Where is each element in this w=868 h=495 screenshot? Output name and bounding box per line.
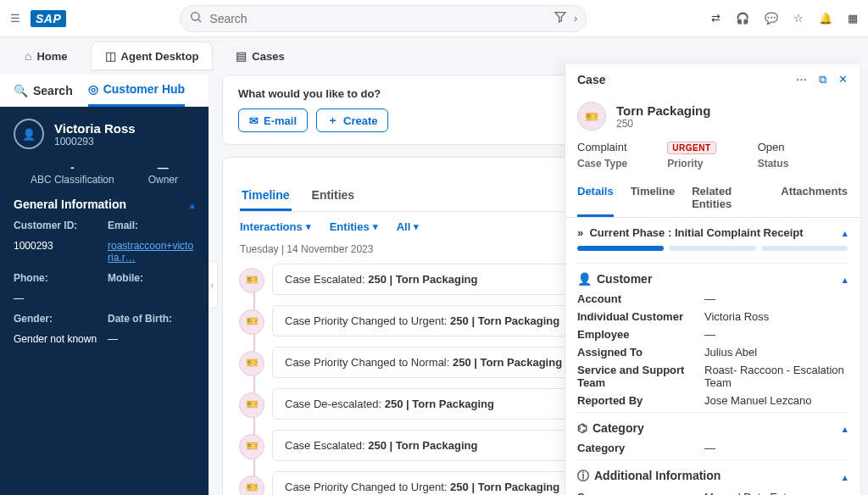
current-phase-row[interactable]: » Current Phase : Initial Complaint Rece…: [577, 226, 848, 239]
workspace-tab-cases[interactable]: ▤ Cases: [221, 42, 298, 70]
global-search-input[interactable]: [209, 12, 547, 25]
value: —: [704, 328, 848, 341]
case-panel: Case ⋯ ⧉ ✕ 🎫 Torn Packaging 250 Complain…: [565, 64, 860, 495]
button-label: E-mail: [264, 114, 297, 127]
value: —: [14, 292, 101, 304]
chat-icon[interactable]: 💬: [765, 12, 778, 25]
sitemap-icon: ⌬: [577, 421, 587, 435]
label: Individual Customer: [577, 310, 704, 323]
case-icon: 🎫: [577, 102, 606, 131]
workspace-tab-label: Home: [36, 50, 67, 63]
headset-icon[interactable]: 🎧: [736, 12, 749, 25]
filter-label: Entities: [330, 220, 370, 233]
button-label: Create: [343, 114, 377, 127]
close-icon[interactable]: ✕: [838, 73, 848, 86]
panel-tab-related[interactable]: Related Entities: [692, 178, 764, 217]
fast-forward-icon: »: [577, 226, 583, 239]
case-title: Torn Packaging: [616, 103, 710, 118]
filter-icon[interactable]: [554, 10, 567, 26]
label: Source: [577, 491, 704, 495]
hub-icon: ◎: [88, 82, 98, 96]
panel-tabs: Details Timeline Related Entities Attach…: [565, 178, 860, 218]
apps-grid-icon[interactable]: ▦: [848, 12, 858, 25]
value: Manual Data Entry: [704, 491, 848, 495]
case-meta: Complaint URGENT Open Case Type Priority…: [565, 134, 860, 178]
info-icon: ⓘ: [577, 469, 589, 482]
filter-label: All: [397, 220, 411, 233]
ticket-icon: 🎫: [246, 274, 259, 286]
phase-label: Current Phase : Initial Complaint Receip…: [589, 226, 803, 239]
chevron-up-icon[interactable]: [843, 470, 848, 483]
search-icon: [189, 10, 203, 26]
workspace-tab-home[interactable]: ⌂ Home: [10, 42, 82, 70]
value: Jose Manuel Lezcano: [704, 394, 848, 407]
timeline-item-prefix: Case De-escalated:: [285, 398, 385, 410]
value: [108, 292, 195, 304]
label: Reported By: [577, 394, 704, 407]
phone-transfer-icon[interactable]: ⇄: [711, 12, 721, 25]
chevron-up-icon[interactable]: [843, 272, 848, 286]
value: —: [704, 442, 848, 454]
open-external-icon[interactable]: ⧉: [819, 73, 826, 86]
filter-entities[interactable]: Entities: [330, 220, 378, 233]
chevron-up-icon[interactable]: [190, 197, 195, 211]
label: Service and Support Team: [577, 364, 704, 389]
more-icon[interactable]: ⋯: [796, 73, 807, 86]
panel-tab-timeline[interactable]: Timeline: [631, 178, 676, 217]
value: Victoria Ross: [704, 310, 848, 323]
label: Employee: [577, 328, 704, 341]
global-search[interactable]: ›: [180, 5, 587, 32]
value: Gender not known: [14, 333, 101, 345]
tab-timeline[interactable]: Timeline: [240, 181, 292, 211]
filter-interactions[interactable]: Interactions: [240, 220, 311, 233]
tab-entities[interactable]: Entities: [310, 181, 357, 211]
timeline-item-prefix: Case Priority Changed to Normal:: [285, 356, 453, 369]
menu-icon[interactable]: ☰: [10, 12, 20, 25]
filter-all[interactable]: All: [397, 220, 420, 233]
ticket-icon: 🎫: [246, 315, 259, 327]
shell-bar: ☰ SAP › ⇄ 🎧 💬 ☆ 🔔 ▦: [0, 0, 868, 37]
subtab-search[interactable]: 🔍 Search: [14, 84, 73, 97]
chevron-up-icon[interactable]: [843, 421, 848, 435]
timeline-item-prefix: Case Escalated:: [285, 439, 368, 452]
label: Customer ID:: [14, 220, 101, 231]
panel-tab-details[interactable]: Details: [577, 178, 614, 217]
workspace-tab-agent-desktop[interactable]: ◫ Agent Desktop: [91, 42, 214, 70]
label: Account: [577, 292, 704, 305]
bell-icon[interactable]: 🔔: [819, 12, 832, 25]
abc-label: ABC Classification: [31, 174, 114, 186]
email-link[interactable]: roastraccoon+victoria.r…: [108, 240, 195, 264]
collapse-handle[interactable]: ‹: [209, 261, 218, 309]
create-button[interactable]: ＋ Create: [316, 108, 388, 132]
chevron-up-icon[interactable]: [843, 226, 848, 239]
plus-icon: ＋: [327, 113, 338, 128]
label: Case Type: [577, 158, 667, 170]
label: Status: [758, 158, 848, 170]
panel-tab-attachments[interactable]: Attachments: [781, 178, 848, 217]
left-column: 🔍 Search ◎ Customer Hub 👤 Victoria Ross …: [0, 75, 209, 495]
email-button[interactable]: ✉ E-mail: [238, 108, 308, 132]
cases-icon: ▤: [236, 49, 247, 63]
svg-line-1: [198, 19, 201, 22]
sap-logo: SAP: [31, 10, 66, 27]
workspace-tab-label: Cases: [252, 50, 284, 63]
ticket-icon: 🎫: [246, 440, 259, 452]
timeline-item-prefix: Case Priority Changed to Urgent:: [285, 481, 450, 493]
chevron-down-icon: [306, 221, 311, 232]
progress-segment: [577, 246, 664, 251]
label: Date of Birth:: [108, 313, 195, 325]
section-category: ⌬Category Category—: [577, 412, 848, 454]
case-id: 250: [616, 118, 710, 130]
subtab-customer-hub[interactable]: ◎ Customer Hub: [88, 75, 185, 107]
person-icon: 👤: [577, 272, 592, 286]
star-icon[interactable]: ☆: [793, 12, 804, 25]
value: Roast- Raccoon - Escalation Team: [704, 364, 848, 389]
timeline-item-prefix: Case Escalated:: [285, 273, 368, 286]
mail-icon: ✉: [249, 114, 259, 127]
owner-value: —: [148, 161, 178, 174]
subtab-label: Search: [33, 84, 73, 97]
chevron-right-icon[interactable]: ›: [574, 12, 577, 25]
subtabs: 🔍 Search ◎ Customer Hub: [0, 75, 209, 107]
chevron-down-icon: [414, 221, 419, 232]
phase-progress: [577, 246, 848, 251]
